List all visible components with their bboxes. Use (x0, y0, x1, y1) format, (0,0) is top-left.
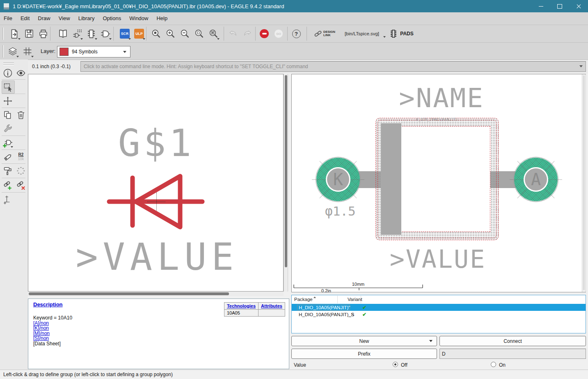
maximize-button[interactable] (550, 0, 569, 12)
link-add-button[interactable] (2, 179, 14, 191)
pads-label: PADS (400, 31, 413, 37)
toolbar-handle[interactable] (2, 45, 4, 57)
table-row[interactable]: H_DIO_10A05(PANJIT)_S _S ✔ (292, 311, 586, 318)
pad-k[interactable]: K (316, 157, 361, 202)
open-library-button[interactable] (56, 26, 70, 41)
menu-help[interactable]: Help (152, 12, 172, 25)
minimize-button[interactable] (531, 0, 550, 12)
delete-tool-button[interactable] (15, 109, 27, 121)
technology-cell[interactable]: 10A05 (224, 310, 258, 317)
design-link-button[interactable]: DESIGN LINK (311, 26, 338, 41)
close-button[interactable] (569, 0, 588, 12)
table-header[interactable]: Package Variant (292, 295, 586, 304)
sidebar-handle[interactable] (3, 62, 14, 64)
copy-tool-button[interactable] (2, 109, 14, 121)
pads-button[interactable]: PADS (387, 26, 416, 41)
zoom-fit-button[interactable] (149, 26, 163, 41)
info-icon (3, 68, 13, 78)
print-button[interactable] (36, 26, 50, 41)
run-ulp-button[interactable]: ULP (132, 26, 146, 41)
change-tool-button[interactable] (2, 122, 14, 135)
symbol-value-placeholder: >VALUE (65, 239, 249, 276)
column-variant[interactable]: Variant (348, 297, 362, 302)
layer-select[interactable]: 94 Symbols (57, 46, 130, 57)
grid-button[interactable] (21, 44, 34, 59)
main-toolbar: SCR ULP (0, 25, 588, 42)
device-editor-button[interactable] (70, 26, 84, 41)
menu-library[interactable]: Library (74, 12, 99, 25)
package-vertical-scrollbar[interactable] (582, 74, 586, 292)
column-package[interactable]: Package (294, 297, 313, 302)
package-name: H_DIO_10A05(PANJIT) (297, 305, 350, 310)
zoom-redraw-button[interactable] (206, 26, 220, 41)
attributes-header-link[interactable]: Attributes (259, 303, 285, 310)
link-remove-button[interactable] (15, 179, 27, 191)
menu-edit[interactable]: Edit (16, 12, 34, 25)
add-part-button[interactable] (2, 137, 14, 149)
package-name-placeholder: >NAME (390, 85, 493, 111)
help-button[interactable]: ? (289, 26, 303, 41)
stop-button[interactable] (257, 26, 271, 41)
run-script-button[interactable]: SCR (118, 26, 132, 41)
symbol-canvas[interactable]: G$1 >VALUE (28, 74, 284, 292)
undo-button[interactable] (226, 26, 240, 41)
save-button[interactable] (22, 26, 36, 41)
menu-file[interactable]: File (0, 12, 16, 25)
symbol-editor-button[interactable] (98, 26, 112, 41)
menu-window[interactable]: Window (125, 12, 152, 25)
pin-link-s[interactable]: [S]/non (33, 336, 72, 341)
name-tool-button[interactable] (2, 151, 14, 163)
symbol-vertical-scrollbar[interactable] (284, 74, 288, 292)
package-editor-button[interactable] (84, 26, 98, 41)
connect-button[interactable]: Connect (439, 336, 586, 346)
paint-tool-button[interactable] (2, 165, 14, 177)
zoom-in-button[interactable] (163, 26, 177, 41)
link-remove-icon (16, 180, 26, 190)
smash-tool-button[interactable] (15, 165, 27, 177)
menu-draw[interactable]: Draw (34, 12, 54, 25)
menu-options[interactable]: Options (98, 12, 125, 25)
zoom-in-icon (165, 29, 176, 39)
prefix-button[interactable]: Prefix (291, 349, 437, 359)
dropdown-caret-icon (217, 38, 220, 40)
menu-view[interactable]: View (55, 12, 74, 25)
zoom-redraw-icon (208, 29, 219, 39)
show-tool-button[interactable] (15, 67, 27, 79)
command-line-input[interactable] (80, 61, 586, 72)
zoom-select-button[interactable] (192, 26, 206, 41)
redo-button[interactable] (240, 26, 254, 41)
minimize-icon (539, 6, 543, 7)
mark-tool-button[interactable] (2, 193, 14, 206)
toolbar-handle[interactable] (2, 28, 4, 40)
pin-link-k[interactable]: [K]/non (33, 326, 72, 331)
description-link[interactable]: Description (33, 301, 63, 308)
symbol-horizontal-scrollbar[interactable] (28, 292, 284, 296)
go-button[interactable]: GO (272, 26, 286, 41)
value-off-radio[interactable] (393, 362, 398, 367)
layer-settings-button[interactable] (6, 44, 20, 59)
move-tool-button[interactable] (2, 95, 14, 107)
attribute-cell[interactable] (259, 310, 285, 317)
stop-icon (260, 29, 269, 38)
pad-a[interactable]: A (513, 157, 558, 202)
group-tool-button[interactable] (2, 80, 15, 94)
table-row[interactable]: H_DIO_10A05(PANJIT) '' ✔ (292, 304, 586, 311)
sidebar-handle[interactable] (3, 64, 14, 65)
layer-selected-value: 94 Symbols (72, 49, 98, 55)
package-variant-table: Package Variant H_DIO_10A05(PANJIT) '' ✔… (291, 295, 586, 333)
prefix-value-field[interactable] (439, 349, 586, 359)
new-package-button[interactable]: New (291, 336, 437, 346)
new-file-button[interactable] (7, 26, 21, 41)
connect-button-label: Connect (503, 338, 522, 344)
info-tool-button[interactable] (2, 67, 14, 79)
dropdown-caret-icon (31, 56, 34, 57)
value-on-radio[interactable] (491, 362, 496, 367)
ltspice-export-button[interactable]: [bin/LTspice.svg] (339, 26, 385, 41)
value-tool-button[interactable]: R2 10k (15, 151, 27, 163)
zoom-out-button[interactable] (178, 26, 192, 41)
layers-icon (8, 46, 18, 56)
dropdown-caret-icon (16, 56, 19, 57)
technologies-header-link[interactable]: Technologies (224, 303, 258, 310)
prefix-button-label: Prefix (358, 351, 371, 357)
layer-toolbar: Layer: 94 Symbols (0, 42, 588, 60)
